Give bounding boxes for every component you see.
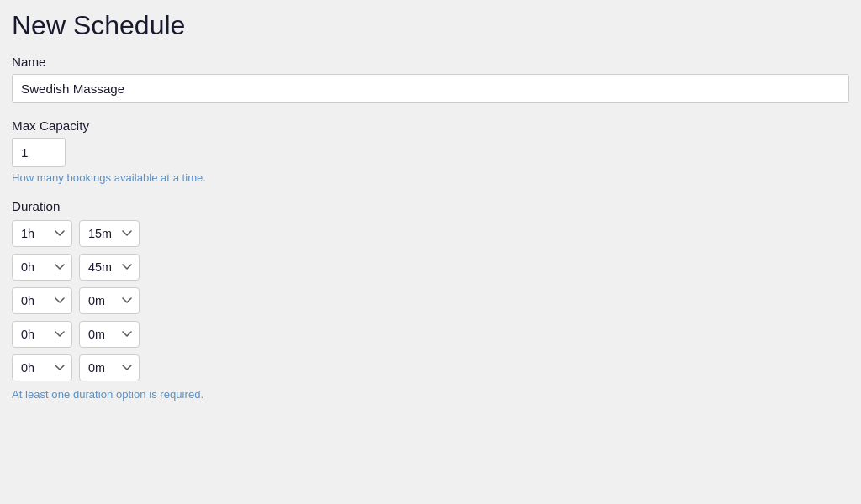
name-label: Name — [12, 55, 849, 69]
duration-hours-1[interactable]: 0h 1h 2h 3h 4h 5h 6h 7h 8h — [12, 220, 72, 247]
duration-row-3: 0h 1h 2h 3h 4h 5h 6h 7h 8h 0m 5m 10m 15m… — [12, 287, 849, 314]
duration-hint: At least one duration option is required… — [12, 388, 849, 401]
capacity-hint: How many bookings available at a time. — [12, 171, 849, 184]
duration-hours-3[interactable]: 0h 1h 2h 3h 4h 5h 6h 7h 8h — [12, 287, 72, 314]
duration-label: Duration — [12, 199, 849, 213]
capacity-label: Max Capacity — [12, 118, 849, 133]
duration-hours-2[interactable]: 0h 1h 2h 3h 4h 5h 6h 7h 8h — [12, 254, 72, 281]
duration-minutes-1[interactable]: 0m 5m 10m 15m 20m 25m 30m 35m 40m 45m 50… — [79, 220, 140, 247]
name-field-group: Name — [12, 55, 849, 103]
page-title: New Schedule — [12, 10, 849, 41]
capacity-input[interactable] — [12, 138, 66, 167]
duration-minutes-3[interactable]: 0m 5m 10m 15m 20m 25m 30m 35m 40m 45m 50… — [79, 287, 140, 314]
duration-row-5: 0h 1h 2h 3h 4h 5h 6h 7h 8h 0m 5m 10m 15m… — [12, 354, 849, 381]
duration-minutes-5[interactable]: 0m 5m 10m 15m 20m 25m 30m 35m 40m 45m 50… — [79, 354, 140, 381]
duration-row-4: 0h 1h 2h 3h 4h 5h 6h 7h 8h 0m 5m 10m 15m… — [12, 321, 849, 348]
duration-minutes-2[interactable]: 0m 5m 10m 15m 20m 25m 30m 35m 40m 45m 50… — [79, 254, 140, 281]
duration-hours-5[interactable]: 0h 1h 2h 3h 4h 5h 6h 7h 8h — [12, 354, 72, 381]
name-input[interactable] — [12, 74, 849, 103]
duration-row-1: 0h 1h 2h 3h 4h 5h 6h 7h 8h 0m 5m 10m 15m… — [12, 220, 849, 247]
duration-minutes-4[interactable]: 0m 5m 10m 15m 20m 25m 30m 35m 40m 45m 50… — [79, 321, 140, 348]
duration-hours-4[interactable]: 0h 1h 2h 3h 4h 5h 6h 7h 8h — [12, 321, 72, 348]
capacity-field-group: Max Capacity How many bookings available… — [12, 118, 849, 184]
duration-field-group: Duration 0h 1h 2h 3h 4h 5h 6h 7h 8h 0m 5… — [12, 199, 849, 401]
duration-row-2: 0h 1h 2h 3h 4h 5h 6h 7h 8h 0m 5m 10m 15m… — [12, 254, 849, 281]
